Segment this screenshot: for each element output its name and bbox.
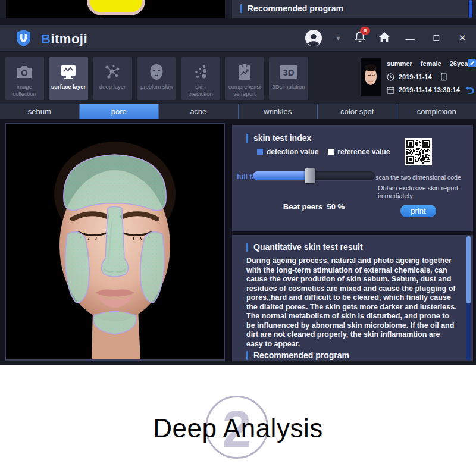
undo-icon[interactable]	[465, 86, 475, 97]
toolbar-label: skin prediction	[181, 83, 220, 97]
section-accent-bar	[246, 134, 248, 143]
clipboard-report-icon	[237, 61, 252, 83]
tab-color-spot[interactable]: color spot	[318, 104, 397, 120]
section-accent-bar	[240, 4, 242, 13]
season-value: summer	[387, 60, 412, 67]
scrollbar-thumb[interactable]	[469, 0, 472, 18]
account-avatar[interactable]	[305, 30, 322, 46]
previous-face-photo	[6, 0, 225, 18]
uv-chin-highlight	[87, 0, 145, 15]
skin-analyzer-window: Recommended program Bitmoji	[0, 0, 476, 365]
previous-recommended-panel: Recommended program	[232, 0, 468, 18]
recommended-program-header: Recommended program	[248, 4, 343, 13]
tab-acne[interactable]: acne	[159, 104, 239, 120]
scrollbar-track	[466, 303, 471, 361]
toolbar-comprehensive-report[interactable]: comprehensi ve report	[225, 57, 264, 100]
close-button[interactable]: ✕	[456, 33, 469, 43]
section-accent-bar	[246, 351, 248, 360]
legend-label: detection value	[267, 148, 318, 156]
3d-icon: 3D	[278, 61, 299, 83]
recommended-program-header: Recommended program	[253, 350, 349, 360]
qr-caption: scan the two dimensional code	[371, 174, 466, 181]
previous-screen-strip: Recommended program	[0, 0, 476, 20]
molecule-icon	[104, 61, 121, 83]
chevron-down-icon[interactable]: ▼	[335, 35, 342, 42]
main-content: skin test index detection value referenc…	[0, 119, 476, 365]
app-logo-shield-icon	[15, 29, 32, 49]
window-bottom-edge	[0, 361, 476, 365]
test-date: 2019-11-14	[399, 73, 432, 80]
clock-icon	[387, 73, 394, 81]
notification-bell-icon[interactable]: 0	[355, 31, 365, 45]
mode-toolbar: image collection surface layer deep laye…	[0, 51, 476, 105]
toolbar-problem-skin[interactable]: problem skin	[137, 57, 176, 100]
app-title: Bitmoji	[41, 32, 87, 47]
minimize-button[interactable]: —	[403, 33, 416, 43]
notification-badge: 0	[360, 27, 370, 35]
result-body-text: During ageing process, natural and photo…	[246, 256, 458, 349]
tab-sebum[interactable]: sebum	[0, 104, 80, 120]
scrollbar-thumb[interactable]	[466, 236, 471, 303]
reference-value-swatch	[328, 149, 334, 155]
index-panel-title: skin test index	[253, 133, 311, 143]
toolbar-label: surface layer	[49, 83, 88, 90]
toolbar-surface-layer[interactable]: surface layer	[49, 57, 88, 100]
toolbar-label: comprehensi ve report	[225, 83, 264, 97]
calendar-icon	[387, 86, 394, 94]
skin-test-index-panel: skin test index detection value referenc…	[232, 125, 473, 231]
toolbar-label: 3Dsimulation	[271, 83, 307, 90]
test-datetime: 2019-11-14 13:30:14	[399, 86, 460, 93]
patient-photo-thumbnail[interactable]	[361, 58, 381, 96]
face-mask-icon	[149, 61, 164, 83]
surface-layer-icon	[59, 61, 78, 83]
tab-pore[interactable]: pore	[80, 104, 159, 120]
tab-complexion[interactable]: complexion	[397, 104, 476, 120]
detection-value-swatch	[257, 149, 263, 155]
qr-code	[405, 138, 432, 165]
window-seam	[0, 18, 476, 25]
tab-wrinkles[interactable]: wrinkles	[239, 104, 318, 120]
toolbar-label: image collection	[5, 83, 44, 97]
face-analysis-image	[5, 123, 225, 361]
index-slider-handle[interactable]	[305, 168, 315, 183]
beat-peers-text: Beat peers 50 %	[253, 202, 375, 211]
toolbar-label: deep layer	[98, 83, 127, 90]
qr-subcaption: Obtain exclusive skin report immediately	[371, 184, 466, 200]
section-accent-bar	[246, 243, 248, 252]
result-scrollbar	[466, 236, 471, 361]
titlebar: Bitmoji ▼ 0	[0, 25, 476, 51]
device-icon	[441, 73, 447, 81]
toolbar-3d-simulation[interactable]: 3D 3Dsimulation	[269, 57, 308, 100]
toolbar-deep-layer[interactable]: deep layer	[93, 57, 132, 100]
result-panel-title: Quantitative skin test result	[253, 242, 363, 252]
toolbar-image-collection[interactable]: image collection	[5, 57, 44, 100]
quantitative-result-panel: Quantitative skin test result During age…	[232, 235, 473, 361]
patient-info-card: summer female 26years old 2019-11-14	[357, 57, 474, 101]
toolbar-skin-prediction[interactable]: skin prediction	[181, 57, 220, 100]
gender-value: female	[421, 60, 441, 67]
maximize-button[interactable]: ☐	[430, 34, 443, 43]
dots-scatter-icon	[192, 61, 209, 83]
caption-title: Deep Analysis	[0, 414, 476, 443]
camera-icon	[15, 61, 33, 83]
marketing-caption: 2 Deep Analysis	[0, 365, 476, 476]
edit-icon[interactable]	[468, 59, 476, 67]
svg-text:3D: 3D	[283, 67, 294, 77]
print-button[interactable]: print	[400, 205, 436, 217]
metric-tabbar: sebum pore acne wrinkles color spot comp…	[0, 104, 476, 120]
index-slider-fill	[253, 171, 310, 180]
index-slider-track[interactable]	[253, 171, 375, 180]
home-icon[interactable]	[378, 32, 390, 45]
toolbar-label: problem skin	[139, 83, 174, 90]
